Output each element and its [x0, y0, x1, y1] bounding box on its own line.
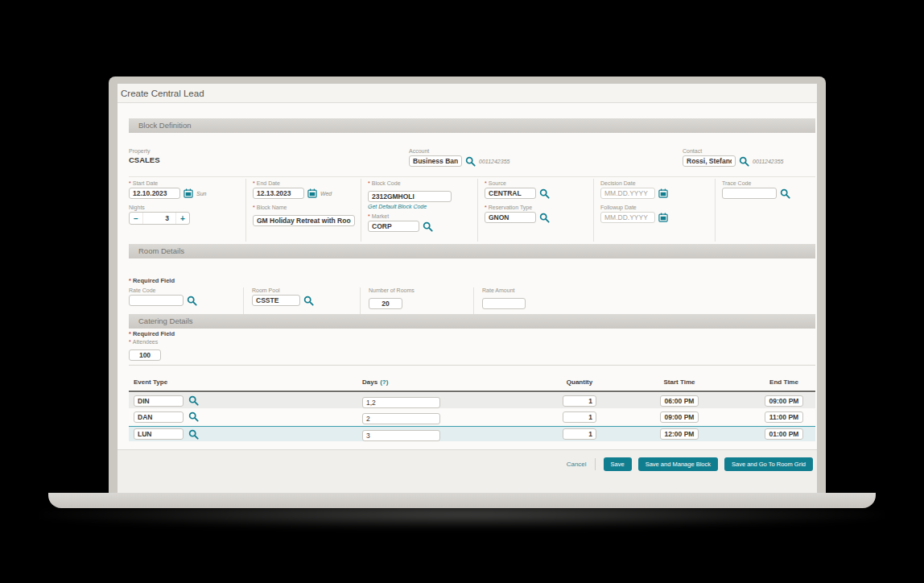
section-header-block-definition: Block Definition	[129, 118, 815, 133]
end-date-input[interactable]	[253, 188, 304, 199]
save-and-go-to-room-grid-button[interactable]: Save and Go To Room Grid	[724, 457, 813, 471]
event-type-input[interactable]	[134, 428, 184, 440]
reservation-type-field: *Reservation Type	[485, 205, 588, 223]
required-marker: *	[129, 277, 131, 284]
rate-amount-input[interactable]	[482, 298, 526, 309]
event-type-input[interactable]	[134, 411, 184, 423]
source-label: Source	[489, 180, 506, 186]
account-search-icon[interactable]	[465, 156, 476, 167]
decision-date-label: Decision Date	[600, 180, 710, 186]
account-field: Account 0011242355	[409, 148, 683, 176]
start-date-input[interactable]	[129, 188, 180, 199]
trace-code-search-icon[interactable]	[780, 188, 790, 199]
source-search-icon[interactable]	[539, 188, 550, 199]
property-account-contact-row: Property CSALES Account 0011242355 Conta…	[129, 148, 815, 176]
end-date-column: *End Date Wed *Block Name	[245, 179, 361, 242]
end-time-input[interactable]	[765, 411, 803, 423]
number-of-rooms-field: Number of Rooms	[360, 287, 473, 315]
end-time-input[interactable]	[765, 395, 803, 407]
save-button[interactable]: Save	[604, 457, 632, 471]
quantity-input[interactable]	[563, 411, 596, 423]
start-date-calendar-icon[interactable]	[184, 188, 193, 198]
market-search-icon[interactable]	[423, 221, 433, 232]
required-marker: *	[485, 205, 487, 210]
contact-input[interactable]	[683, 155, 736, 167]
end-date-label: End Date	[257, 180, 280, 186]
rate-code-input[interactable]	[129, 295, 184, 306]
market-input[interactable]	[368, 221, 419, 232]
days-input[interactable]	[362, 397, 440, 408]
event-type-search-icon[interactable]	[188, 411, 199, 422]
followup-date-field: Followup Date	[600, 205, 710, 223]
attendees-input[interactable]	[129, 349, 161, 361]
property-value: CSALES	[129, 155, 409, 164]
cancel-button[interactable]: Cancel	[567, 461, 587, 468]
days-help-link[interactable]: (?)	[380, 378, 388, 386]
required-marker: *	[253, 180, 255, 186]
nights-stepper[interactable]: − 3 +	[129, 212, 190, 225]
account-input[interactable]	[409, 155, 462, 167]
event-type-search-icon[interactable]	[188, 429, 199, 440]
days-input[interactable]	[362, 413, 440, 424]
days-input[interactable]	[362, 430, 440, 441]
end-time-input[interactable]	[765, 428, 803, 440]
trace-code-input[interactable]	[722, 188, 777, 199]
end-date-calendar-icon[interactable]	[307, 188, 317, 198]
nights-decrement-button[interactable]: −	[130, 214, 142, 223]
get-default-block-code-link[interactable]: Get Default Block Code	[368, 204, 472, 209]
block-name-label: Block Name	[257, 205, 287, 210]
quantity-input[interactable]	[563, 428, 596, 440]
contact-field: Contact 0011242355	[683, 148, 815, 176]
block-name-input[interactable]	[253, 215, 355, 226]
trace-code-column: Trace Code	[715, 179, 815, 242]
block-code-column: *Block Code Get Default Block Code *Mark…	[361, 179, 477, 242]
table-row	[129, 409, 815, 424]
required-marker: *	[368, 213, 370, 219]
rate-code-field: Rate Code	[129, 287, 243, 315]
start-day-hint: Sun	[196, 191, 206, 196]
section-header-catering-details: Catering Details	[129, 314, 815, 329]
contact-search-icon[interactable]	[739, 156, 749, 167]
start-time-input[interactable]	[660, 395, 699, 407]
quantity-input[interactable]	[563, 395, 596, 407]
save-and-manage-block-button[interactable]: Save and Manage Block	[638, 457, 718, 471]
room-pool-search-icon[interactable]	[303, 296, 314, 306]
start-time-input[interactable]	[660, 428, 699, 440]
decision-date-calendar-icon[interactable]	[658, 188, 668, 198]
events-table-header: Event Type Days(?) Quantity Start Time E…	[129, 378, 815, 392]
rate-amount-label: Rate Amount	[482, 287, 815, 293]
divider	[129, 176, 815, 177]
decision-date-field: Decision Date	[600, 180, 710, 199]
block-code-input[interactable]	[368, 191, 452, 202]
section-header-label: Block Definition	[138, 121, 191, 130]
reservation-type-search-icon[interactable]	[539, 213, 550, 223]
nights-increment-button[interactable]: +	[176, 214, 189, 223]
table-row-selected	[129, 426, 815, 441]
nights-field: Nights − 3 +	[129, 205, 241, 225]
followup-date-calendar-icon[interactable]	[658, 213, 668, 222]
laptop-screen-bezel: Create Central Lead Block Definition Pro…	[109, 76, 826, 493]
followup-date-input[interactable]	[600, 212, 655, 223]
source-input[interactable]	[485, 188, 536, 199]
room-required-note: *Required Field	[129, 277, 175, 284]
end-date-field: *End Date Wed	[253, 180, 356, 199]
reservation-type-input[interactable]	[485, 212, 536, 223]
required-marker: *	[368, 180, 370, 186]
page-title-text: Create Central Lead	[121, 89, 204, 98]
start-time-input[interactable]	[660, 411, 699, 423]
decision-date-input[interactable]	[600, 188, 655, 199]
number-of-rooms-input[interactable]	[369, 298, 402, 309]
section-header-label: Room Details	[138, 246, 184, 255]
event-type-input[interactable]	[134, 395, 184, 407]
required-marker: *	[129, 330, 131, 337]
required-marker: *	[485, 180, 487, 186]
account-label: Account	[409, 148, 683, 154]
app-window: Create Central Lead Block Definition Pro…	[118, 84, 817, 493]
rate-code-search-icon[interactable]	[187, 296, 197, 306]
required-note-text: Required Field	[133, 277, 175, 284]
section-header-room-details: Room Details	[129, 244, 815, 258]
divider	[129, 365, 815, 366]
event-type-search-icon[interactable]	[188, 395, 199, 406]
room-pool-input[interactable]	[252, 295, 300, 306]
source-field: *Source	[485, 180, 588, 199]
